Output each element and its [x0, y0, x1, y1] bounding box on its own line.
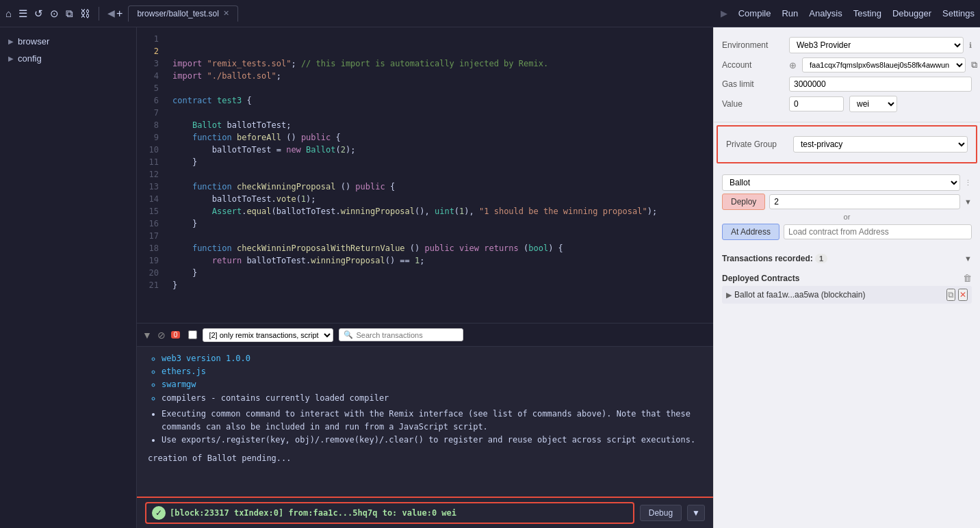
github-icon[interactable]: ⊙ — [50, 8, 59, 20]
value-row: Value wei gwei ether — [722, 96, 972, 112]
nav-forward-icon: ▶ — [721, 8, 727, 18]
nav-arrows: ◀ + — [107, 8, 122, 20]
value-input[interactable] — [789, 96, 844, 111]
bottom-content: web3 version 1.0.0 ethers.js swarmgw com… — [137, 347, 713, 497]
search-input[interactable] — [356, 331, 459, 339]
environment-select[interactable]: Web3 Provider — [789, 37, 964, 53]
code-editor: 1 2 3 4 5 6 7 8 9 10 11 12 13 14 15 16 1… — [137, 27, 713, 323]
tx-box: ✓ [block:23317 txIndex:0] from:faa1c...5… — [145, 502, 634, 524]
account-row: Account ⊕ faa1cqx7fqmslpx6ws8lauej0s58fk… — [722, 57, 972, 72]
sidebar-item-config[interactable]: ▶ config — [0, 50, 136, 67]
web3-link[interactable]: web3 version 1.0.0 — [162, 354, 250, 363]
value-unit-select[interactable]: wei gwei ether — [849, 96, 897, 112]
git-icon[interactable]: ↺ — [34, 8, 43, 20]
line-numbers: 1 2 3 4 5 6 7 8 9 10 11 12 13 14 15 16 1… — [137, 27, 164, 323]
testing-btn[interactable]: Testing — [853, 8, 881, 18]
bottom-panel: ▼ ⊘ 0 [2] only remix transactions, scrip… — [137, 323, 713, 528]
nav-new-btn[interactable]: + — [116, 8, 122, 20]
contract-name: Ballot at faa1w...aa5wa (blockchain) — [734, 290, 944, 300]
delete-all-contracts-icon[interactable]: 🗑 — [963, 273, 972, 283]
deploy-btn[interactable]: Deploy — [722, 194, 765, 210]
files-icon[interactable]: ☰ — [18, 8, 27, 20]
transactions-expand-icon[interactable]: ▼ — [964, 254, 972, 263]
ethers-link[interactable]: ethers.js — [162, 367, 206, 376]
account-plus-icon: ⊕ — [789, 60, 797, 70]
swarmgw-link[interactable]: swarmgw — [162, 380, 196, 389]
collapse-btn[interactable]: ▼ — [142, 330, 152, 341]
copy-icon[interactable]: ⧉ — [66, 8, 73, 20]
environment-section: Environment Web3 Provider ℹ Account ⊕ fa… — [714, 27, 980, 122]
copy-account-btn[interactable]: ⧉ — [971, 60, 977, 70]
private-group-section: Private Group test-privacy — [717, 125, 977, 163]
search-icon: 🔍 — [344, 330, 353, 339]
tab-filename: browser/ballot_test.sol — [137, 9, 218, 18]
toolbar-right: ▶ Compile Run Analysis Testing Debugger … — [721, 8, 975, 18]
link-icon[interactable]: ⛓ — [80, 8, 90, 19]
at-address-btn[interactable]: At Address — [722, 224, 779, 240]
active-tab[interactable]: browser/ballot_test.sol ✕ — [128, 5, 237, 22]
sidebar-item-browser[interactable]: ▶ browser — [0, 33, 136, 50]
contract-info-icon: ⋮ — [964, 179, 972, 187]
transactions-label: Transactions recorded: 1 — [722, 254, 827, 263]
debugger-btn[interactable]: Debugger — [892, 8, 931, 18]
exports-text: Use exports/.register(key, obj)/.remove(… — [162, 435, 695, 445]
environment-label: Environment — [722, 40, 784, 50]
editor-area: 1 2 3 4 5 6 7 8 9 10 11 12 13 14 15 16 1… — [137, 27, 713, 528]
account-label: Account — [722, 60, 784, 70]
sidebar-item-label: config — [18, 53, 42, 64]
main-layout: ▶ browser ▶ config 1 2 3 4 5 6 7 8 9 10 … — [0, 27, 980, 528]
filter-select[interactable]: [2] only remix transactions, script — [203, 328, 333, 342]
gas-limit-input[interactable] — [789, 77, 972, 92]
code-content[interactable]: import "remix_tests.sol"; // this import… — [164, 27, 713, 323]
delete-contract-btn[interactable]: ✕ — [958, 289, 968, 301]
checkbox-filter[interactable] — [188, 330, 197, 339]
search-box: 🔍 — [339, 328, 463, 341]
copy-contract-btn[interactable]: ⧉ — [946, 289, 955, 301]
compile-btn[interactable]: Compile — [738, 8, 771, 18]
deploy-row: Deploy ▼ — [722, 194, 972, 210]
tab-bar: browser/ballot_test.sol ✕ — [128, 5, 714, 22]
pending-text: creation of Ballot pending... — [148, 452, 702, 465]
load-address-input[interactable] — [784, 224, 972, 239]
right-panel: Environment Web3 Provider ℹ Account ⊕ fa… — [713, 27, 980, 528]
settings-btn[interactable]: Settings — [942, 8, 975, 18]
tx-label: [block:23317 txIndex:0] from:faa1c...5hq… — [170, 508, 456, 518]
config-arrow: ▶ — [8, 55, 14, 62]
sidebar: ▶ browser ▶ config — [0, 27, 137, 528]
private-group-row: Private Group test-privacy — [726, 136, 968, 153]
sidebar-item-label: browser — [18, 36, 49, 47]
top-bar: ⌂ ☰ ↺ ⊙ ⧉ ⛓ ◀ + browser/ballot_test.sol … — [0, 0, 980, 27]
value-label: Value — [722, 99, 784, 109]
gas-limit-row: Gas limit — [722, 77, 972, 92]
tab-close-btn[interactable]: ✕ — [223, 9, 229, 18]
analysis-btn[interactable]: Analysis — [809, 8, 842, 18]
deployed-contracts-title: Deployed Contracts — [722, 274, 799, 283]
account-select[interactable]: faa1cqx7fqmslpx6ws8lauej0s58fk4awwun — [802, 57, 966, 72]
bottom-footer: ✓ [block:23317 txIndex:0] from:faa1c...5… — [137, 497, 713, 528]
account-action-icons: ⧉ ✏ — [971, 60, 980, 70]
environment-row: Environment Web3 Provider ℹ — [722, 37, 972, 53]
or-text: or — [722, 213, 972, 221]
browser-arrow: ▶ — [8, 38, 14, 45]
transactions-header: Transactions recorded: 1 ▼ — [714, 248, 980, 269]
environment-info-icon: ℹ — [969, 41, 972, 50]
tx-count-badge: 0 — [171, 331, 181, 339]
deploy-expand-icon[interactable]: ▼ — [964, 198, 972, 206]
contract-expand-arrow[interactable]: ▶ — [726, 291, 732, 300]
private-group-label: Private Group — [726, 140, 788, 149]
private-group-select[interactable]: test-privacy — [793, 136, 968, 153]
home-icon[interactable]: ⌂ — [5, 8, 12, 19]
run-btn[interactable]: Run — [782, 8, 798, 18]
sidebar-icons: ⌂ ☰ ↺ ⊙ ⧉ ⛓ — [5, 8, 90, 20]
bottom-toolbar: ▼ ⊘ 0 [2] only remix transactions, scrip… — [137, 324, 713, 347]
deploy-section: Ballot ⋮ Deploy ▼ or At Address — [714, 166, 980, 248]
deploy-value-input[interactable] — [769, 194, 960, 209]
contract-select[interactable]: Ballot — [722, 174, 960, 191]
debug-btn[interactable]: Debug — [640, 505, 682, 521]
clear-btn[interactable]: ⊘ — [157, 330, 166, 341]
nav-back-btn[interactable]: ◀ — [107, 8, 115, 20]
compilers-text: compilers - contains currently loaded co… — [162, 393, 389, 403]
gas-limit-label: Gas limit — [722, 79, 784, 89]
transactions-count: 1 — [815, 254, 827, 263]
debug-expand-btn[interactable]: ▼ — [687, 505, 705, 521]
